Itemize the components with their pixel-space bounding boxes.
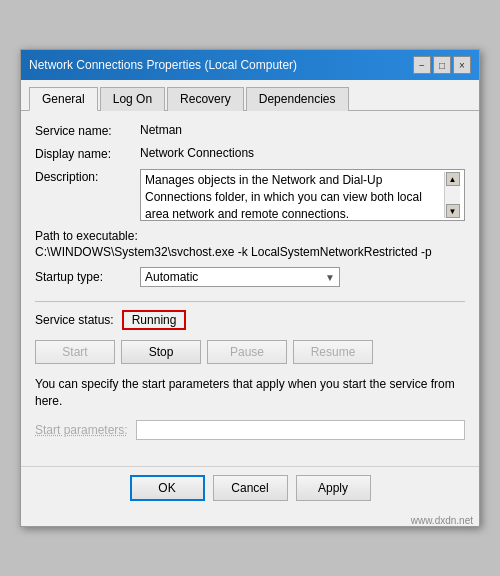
service-name-value: Netman: [140, 123, 182, 137]
startup-select[interactable]: Automatic ▼: [140, 267, 340, 287]
description-row: Description: Manages objects in the Netw…: [35, 169, 465, 221]
display-name-label: Display name:: [35, 146, 140, 161]
start-button[interactable]: Start: [35, 340, 115, 364]
resume-button[interactable]: Resume: [293, 340, 373, 364]
info-text: You can specify the start parameters tha…: [35, 376, 465, 410]
tab-dependencies[interactable]: Dependencies: [246, 87, 349, 111]
title-bar-buttons: − □ ×: [413, 56, 471, 74]
startup-label: Startup type:: [35, 270, 140, 284]
path-value: C:\WINDOWS\System32\svchost.exe -k Local…: [35, 245, 465, 259]
start-params-label: Start parameters:: [35, 423, 128, 437]
tab-general[interactable]: General: [29, 87, 98, 111]
tab-recovery[interactable]: Recovery: [167, 87, 244, 111]
start-params-row: Start parameters:: [35, 420, 465, 440]
tab-bar: General Log On Recovery Dependencies: [21, 80, 479, 111]
description-text: Manages objects in the Network and Dial-…: [145, 172, 444, 218]
minimize-button[interactable]: −: [413, 56, 431, 74]
content-area: Service name: Netman Display name: Netwo…: [21, 111, 479, 466]
startup-row: Startup type: Automatic ▼: [35, 267, 465, 287]
chevron-down-icon: ▼: [325, 272, 335, 283]
description-scrollbar: ▲ ▼: [444, 172, 460, 218]
description-label: Description:: [35, 169, 140, 184]
dialog-window: Network Connections Properties (Local Co…: [20, 49, 480, 527]
maximize-button[interactable]: □: [433, 56, 451, 74]
start-params-input[interactable]: [136, 420, 465, 440]
service-status-label: Service status:: [35, 313, 114, 327]
display-name-value: Network Connections: [140, 146, 254, 160]
path-row: Path to executable: C:\WINDOWS\System32\…: [35, 229, 465, 259]
ok-button[interactable]: OK: [130, 475, 205, 501]
description-box: Manages objects in the Network and Dial-…: [140, 169, 465, 221]
stop-button[interactable]: Stop: [121, 340, 201, 364]
pause-button[interactable]: Pause: [207, 340, 287, 364]
scroll-down-arrow[interactable]: ▼: [446, 204, 460, 218]
service-name-label: Service name:: [35, 123, 140, 138]
window-title: Network Connections Properties (Local Co…: [29, 58, 297, 72]
cancel-button[interactable]: Cancel: [213, 475, 288, 501]
scroll-up-arrow[interactable]: ▲: [446, 172, 460, 186]
watermark: www.dxdn.net: [21, 513, 479, 526]
service-buttons-row: Start Stop Pause Resume: [35, 340, 465, 364]
service-name-row: Service name: Netman: [35, 123, 465, 138]
title-bar: Network Connections Properties (Local Co…: [21, 50, 479, 80]
tab-logon[interactable]: Log On: [100, 87, 165, 111]
apply-button[interactable]: Apply: [296, 475, 371, 501]
display-name-row: Display name: Network Connections: [35, 146, 465, 161]
startup-value: Automatic: [145, 270, 198, 284]
status-badge: Running: [122, 310, 187, 330]
service-status-row: Service status: Running: [35, 310, 465, 330]
section-divider: [35, 301, 465, 302]
close-button[interactable]: ×: [453, 56, 471, 74]
path-label: Path to executable:: [35, 229, 465, 243]
bottom-buttons-area: OK Cancel Apply: [21, 466, 479, 513]
